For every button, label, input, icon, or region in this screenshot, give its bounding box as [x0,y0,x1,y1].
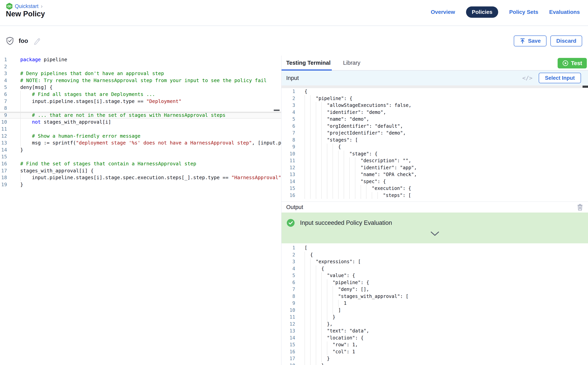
evaluation-success-banner: Input succeeded Policy Evaluation [281,212,588,243]
code-line: 13"name": "OPA check", [281,171,588,178]
harness-logo-icon [6,3,13,10]
nav-tab-evaluations[interactable]: Evaluations [549,9,580,15]
line-number: 10 [281,307,295,314]
policy-code-editor[interactable]: 1package pipeline23# Deny pipelines that… [0,56,281,365]
line-number: 2 [281,252,295,259]
policy-shield-icon [6,37,14,45]
code-view-toggle-icon[interactable]: </> [522,75,533,81]
line-number: 15 [281,185,295,192]
line-number: 3 [281,258,295,265]
code-line: 11} [281,314,588,321]
output-json-editor[interactable]: 1[2{3"expressions": [4{5"value": {6"pipe… [281,243,588,365]
code-line: 19} [0,181,281,188]
code-line: 6"pipeline": { [281,279,588,286]
output-json-lines: 1[2{3"expressions": [4{5"value": {6"pipe… [281,245,588,365]
line-number: 2 [281,95,295,102]
line-number: 9 [281,143,295,151]
line-number: 14 [281,335,295,342]
line-number: 1 [0,56,7,63]
tab-testing-terminal[interactable]: Testing Terminal [286,60,331,66]
line-number: 9 [0,112,7,119]
code-line: 14"location": { [281,335,588,342]
code-line: 15"row": 1, [281,341,588,348]
code-line: 6# Find all stages that are Deployments … [0,91,281,98]
clear-output-button[interactable] [577,204,583,211]
code-line: 8 [0,105,281,112]
line-number: 4 [281,265,295,272]
overview-ruler-cursor-marker [274,110,280,111]
input-section-title: Input [286,75,299,81]
input-json-lines: 1{2"pipeline": {3"allowStageExecutions":… [281,88,588,199]
line-number: 19 [0,181,7,188]
page-title: New Policy [6,10,45,18]
output-section-header: Output [281,202,588,212]
code-line: 6"orgIdentifier": "default", [281,123,588,130]
line-number: 5 [0,84,7,91]
line-number: 2 [0,63,7,70]
code-line: 7"projectIdentifier": "demo", [281,130,588,137]
code-line: 1package pipeline [0,56,281,63]
line-number: 7 [281,130,295,137]
line-number: 12 [0,133,7,140]
breadcrumb-project-link[interactable]: Quickstart [15,3,39,9]
select-input-button[interactable]: Select Input [539,73,581,83]
testing-terminal-panel: Testing Terminal Library Test Input </> … [281,56,588,365]
line-number: 9 [281,300,295,307]
code-line: 16# Find the set of stages that contain … [0,160,281,167]
trash-icon [577,204,583,211]
discard-button[interactable]: Discard [550,35,582,46]
code-line: 2{ [281,252,588,259]
line-number: 13 [281,328,295,335]
breadcrumb-chevron-icon: › [41,3,43,9]
success-check-icon [287,219,295,227]
code-line: 5deny[msg] { [0,84,281,91]
line-number: 11 [281,157,295,164]
code-line: 12# Show a human-friendly error message [0,133,281,140]
line-number: 12 [281,164,295,171]
code-line: 14"spec": { [281,178,588,185]
top-nav: Overview Policies Policy Sets Evaluation… [431,6,580,19]
test-button[interactable]: Test [558,58,587,69]
line-number: 4 [281,109,295,116]
line-number: 15 [281,341,295,348]
nav-tab-overview[interactable]: Overview [431,9,455,15]
line-number: 8 [281,293,295,300]
code-line: 18input.pipeline.stages[i].stage.spec.ex… [0,174,281,181]
terminal-tabs: Testing Terminal Library Test [281,56,588,70]
edit-policy-name-button[interactable] [33,37,41,45]
input-json-editor[interactable]: 1{2"pipeline": {3"allowStageExecutions":… [281,85,588,202]
line-number: 16 [0,160,7,167]
expand-output-chevron-icon[interactable] [430,231,439,236]
code-line: 16"col": 1 [281,348,588,355]
line-number: 15 [0,153,7,160]
line-number: 13 [281,171,295,178]
code-line: 11"description": "", [281,157,588,164]
code-line: 17} [281,355,588,362]
line-number: 1 [281,245,295,252]
line-number: 12 [281,321,295,328]
save-upload-icon [520,38,526,44]
code-line: 3"expressions": [ [281,258,588,265]
code-line: 1{ [281,88,588,95]
line-number: 5 [281,272,295,279]
nav-tab-policies[interactable]: Policies [466,7,498,18]
line-number: 7 [281,286,295,293]
code-line: 12}, [281,321,588,328]
line-number: 6 [0,91,7,98]
code-line: 15 [0,153,281,160]
line-number: 11 [0,126,7,133]
line-number: 10 [281,151,295,158]
code-line: 13msg := sprintf("deployment stage '%s' … [0,140,281,147]
active-tab-underline [281,70,332,70]
nav-tab-policy-sets[interactable]: Policy Sets [509,9,538,15]
line-number: 8 [0,105,7,112]
save-button[interactable]: Save [514,35,547,46]
code-line: 2 [0,63,281,70]
code-line: 7input.pipeline.stages[i].stage.type == … [0,98,281,105]
tab-library[interactable]: Library [343,60,360,66]
input-editor-scrollbar-thumb[interactable] [582,86,588,88]
line-number: 7 [0,98,7,105]
line-number: 14 [281,178,295,185]
input-editor-scroll-track [281,85,588,88]
page-header: Quickstart › New Policy Overview Policie… [0,0,588,26]
